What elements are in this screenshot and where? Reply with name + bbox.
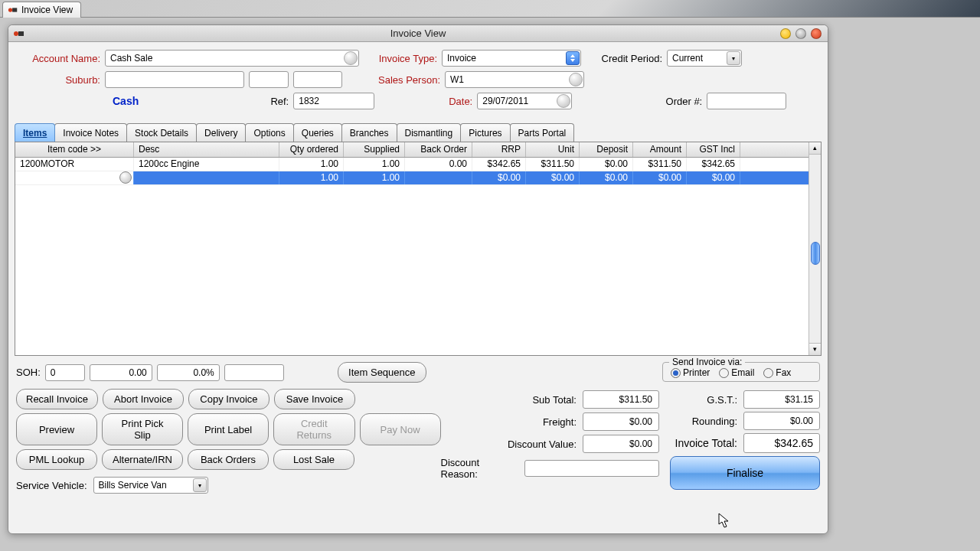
account-lookup-icon[interactable] <box>344 51 358 65</box>
col-unit[interactable]: Unit <box>526 142 580 157</box>
send-printer-radio[interactable]: Printer <box>671 367 710 378</box>
col-deposit[interactable]: Deposit <box>580 142 633 157</box>
dropdown-icon[interactable]: ▾ <box>727 51 740 65</box>
lower-panel: SOH: 0 0.00 0.0% Item Sequence Send Invo… <box>8 356 828 500</box>
service-vehicle-label: Service Vehicle: <box>16 480 87 491</box>
scroll-down-icon[interactable]: ▾ <box>809 343 821 355</box>
app-icon <box>8 5 18 15</box>
discount-reason-label: Discount Reason: <box>441 457 518 480</box>
col-amount[interactable]: Amount <box>633 142 687 157</box>
lost-sale-button[interactable]: Lost Sale <box>273 449 354 470</box>
recall-invoice-button[interactable]: Recall Invoice <box>16 389 98 409</box>
tab-items[interactable]: Items <box>15 123 55 142</box>
dropdown-icon[interactable]: ▾ <box>193 478 207 492</box>
grid-header: Item code >> Desc Qty ordered Supplied B… <box>15 142 821 158</box>
item-sequence-button[interactable]: Item Sequence <box>338 362 426 383</box>
maximize-button[interactable] <box>795 28 806 39</box>
tab-options[interactable]: Options <box>245 123 293 142</box>
col-qty[interactable]: Qty ordered <box>279 142 344 157</box>
scrollbar-thumb[interactable] <box>811 242 820 265</box>
tab-pictures[interactable]: Pictures <box>460 123 510 142</box>
file-tab[interactable]: Invoice View <box>2 2 81 18</box>
tab-strip-divider <box>0 17 980 18</box>
gst-label: G.S.T.: <box>707 394 737 406</box>
date-picker-icon[interactable] <box>557 94 570 108</box>
date-field[interactable]: 29/07/2011 <box>477 93 572 109</box>
send-fax-radio[interactable]: Fax <box>763 367 791 378</box>
tab-invoice-notes[interactable]: Invoice Notes <box>54 123 127 142</box>
action-buttons: Recall Invoice Abort Invoice Copy Invoic… <box>16 389 441 494</box>
tab-parts-portal[interactable]: Parts Portal <box>510 123 575 142</box>
svg-rect-1 <box>12 8 17 11</box>
tab-branches[interactable]: Branches <box>341 123 397 142</box>
order-number-label: Order #: <box>626 96 702 107</box>
date-value: 29/07/2011 <box>482 96 528 106</box>
finalise-button[interactable]: Finalise <box>670 456 820 490</box>
sales-person-lookup-icon[interactable] <box>569 73 583 86</box>
print-label-button[interactable]: Print Label <box>188 413 269 445</box>
rounding-value: $0.00 <box>743 412 820 430</box>
invoice-type-select[interactable]: Invoice <box>442 50 581 67</box>
service-vehicle-select[interactable]: Bills Service Van ▾ <box>93 477 208 494</box>
send-email-radio[interactable]: Email <box>719 367 754 378</box>
col-gst-incl[interactable]: GST Incl <box>687 142 740 157</box>
col-item-code[interactable]: Item code >> <box>15 142 134 157</box>
scroll-up-icon[interactable]: ▴ <box>809 142 821 155</box>
pml-lookup-button[interactable]: PML Lookup <box>16 449 97 470</box>
table-row-selected[interactable]: 1.00 1.00 $0.00 $0.00 $0.00 $0.00 $0.00 <box>15 171 821 185</box>
back-orders-button[interactable]: Back Orders <box>188 449 269 470</box>
order-number-field[interactable] <box>707 93 786 109</box>
soh-qty-field[interactable]: 0 <box>45 364 85 381</box>
sales-person-value: W1 <box>450 74 464 85</box>
copy-invoice-button[interactable]: Copy Invoice <box>188 389 270 409</box>
send-legend: Send Invoice via: <box>669 357 745 367</box>
credit-period-select[interactable]: Current ▾ <box>667 50 742 67</box>
subtotal-value: $311.50 <box>583 390 659 409</box>
abort-invoice-button[interactable]: Abort Invoice <box>103 389 184 409</box>
print-pick-slip-button[interactable]: Print Pick Slip <box>102 413 183 445</box>
suburb-field[interactable] <box>105 71 244 88</box>
soh-extra-field[interactable] <box>224 364 284 381</box>
tab-dismantling[interactable]: Dismantling <box>397 123 462 142</box>
alternate-irn-button[interactable]: Alternate/IRN <box>102 449 183 470</box>
items-grid: Item code >> Desc Qty ordered Supplied B… <box>15 142 822 356</box>
account-name-field[interactable]: Cash Sale <box>105 50 359 67</box>
tab-stock-details[interactable]: Stock Details <box>126 123 197 142</box>
vertical-scrollbar[interactable]: ▴ ▾ <box>808 142 821 355</box>
tab-queries[interactable]: Queries <box>293 123 342 142</box>
tab-delivery[interactable]: Delivery <box>196 123 246 142</box>
soh-value-field[interactable]: 0.00 <box>90 364 152 381</box>
window-titlebar[interactable]: Invoice View <box>8 25 828 42</box>
save-invoice-button[interactable]: Save Invoice <box>274 389 355 409</box>
col-back-order[interactable]: Back Order <box>405 142 472 157</box>
discount-reason-field[interactable] <box>524 460 659 477</box>
invoice-total-label: Invoice Total: <box>675 437 737 449</box>
sales-person-field[interactable]: W1 <box>445 71 584 88</box>
soh-pct-field[interactable]: 0.0% <box>157 364 220 381</box>
subtotal-label: Sub Total: <box>532 394 577 406</box>
col-desc[interactable]: Desc <box>134 142 279 157</box>
window-controls <box>780 28 822 39</box>
svg-point-2 <box>14 31 18 36</box>
discount-value[interactable]: $0.00 <box>583 435 659 453</box>
sales-person-label: Sales Person: <box>367 74 440 86</box>
soh-label: SOH: <box>16 367 41 378</box>
preview-button[interactable]: Preview <box>16 413 97 445</box>
state-field[interactable] <box>249 71 289 88</box>
item-lookup-icon[interactable] <box>119 171 132 184</box>
freight-value[interactable]: $0.00 <box>583 412 659 431</box>
dropdown-icon[interactable] <box>566 51 580 65</box>
col-supplied[interactable]: Supplied <box>344 142 405 157</box>
minimize-button[interactable] <box>780 28 791 39</box>
table-row[interactable]: 1200MOTOR 1200cc Engine 1.00 1.00 0.00 $… <box>15 158 821 171</box>
totals-area: Sub Total:$311.50 Freight:$0.00 Discount… <box>441 390 820 490</box>
suburb-label: Suburb: <box>18 74 100 86</box>
col-rrp[interactable]: RRP <box>472 142 526 157</box>
credit-period-label: Credit Period: <box>586 53 662 64</box>
ref-field[interactable]: 1832 <box>293 93 374 109</box>
postcode-field[interactable] <box>293 71 342 88</box>
credit-returns-button[interactable]: Credit Returns <box>273 413 355 445</box>
close-button[interactable] <box>811 28 822 39</box>
pay-now-button[interactable]: Pay Now <box>360 413 441 445</box>
soh-row: SOH: 0 0.00 0.0% Item Sequence <box>16 362 426 383</box>
